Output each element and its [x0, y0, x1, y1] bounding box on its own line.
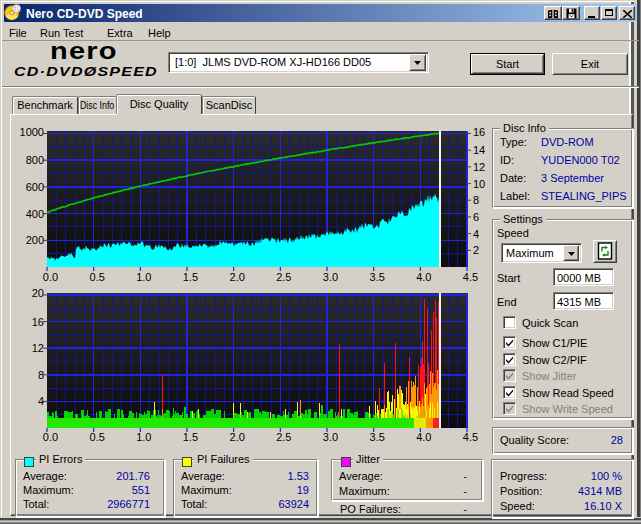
svg-text:1.5: 1.5	[183, 431, 198, 443]
svg-text:400: 400	[26, 208, 44, 220]
svg-text:600: 600	[26, 181, 44, 193]
svg-text:16: 16	[32, 316, 44, 328]
svg-text:12: 12	[32, 342, 44, 354]
svg-text:4: 4	[38, 395, 44, 407]
svg-text:0.0: 0.0	[43, 431, 58, 443]
svg-text:3.0: 3.0	[323, 431, 338, 443]
svg-text:1.5: 1.5	[183, 271, 198, 283]
svg-text:2.0: 2.0	[230, 271, 245, 283]
svg-text:3.5: 3.5	[370, 271, 385, 283]
svg-text:1000: 1000	[20, 126, 44, 138]
svg-text:800: 800	[26, 154, 44, 166]
svg-text:12: 12	[473, 161, 485, 173]
svg-text:3.0: 3.0	[323, 271, 338, 283]
svg-text:10: 10	[473, 178, 485, 190]
svg-text:2.5: 2.5	[276, 271, 291, 283]
svg-text:4.5: 4.5	[463, 271, 478, 283]
svg-text:8: 8	[473, 194, 479, 206]
svg-text:4.0: 4.0	[416, 271, 431, 283]
svg-text:3.5: 3.5	[370, 431, 385, 443]
svg-text:2: 2	[473, 244, 479, 256]
svg-text:0.0: 0.0	[43, 271, 58, 283]
svg-text:2.0: 2.0	[230, 431, 245, 443]
svg-text:200: 200	[26, 234, 44, 246]
svg-text:6: 6	[473, 211, 479, 223]
svg-text:1.0: 1.0	[136, 431, 151, 443]
svg-text:8: 8	[38, 369, 44, 381]
svg-text:2.5: 2.5	[276, 431, 291, 443]
svg-text:4.5: 4.5	[463, 431, 478, 443]
svg-text:0.5: 0.5	[90, 271, 105, 283]
svg-text:16: 16	[473, 126, 485, 138]
svg-text:4.0: 4.0	[416, 431, 431, 443]
svg-text:4: 4	[473, 228, 479, 240]
svg-text:0.5: 0.5	[90, 431, 105, 443]
svg-text:20: 20	[32, 287, 44, 299]
svg-text:1.0: 1.0	[136, 271, 151, 283]
svg-text:14: 14	[473, 144, 485, 156]
